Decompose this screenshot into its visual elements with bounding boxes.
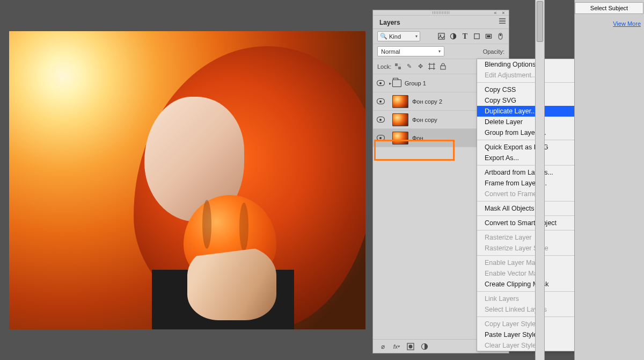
svg-rect-13 <box>441 66 445 70</box>
svg-rect-9 <box>398 63 401 66</box>
canvas-area[interactable] <box>9 31 365 329</box>
svg-point-7 <box>500 34 502 36</box>
layer-name[interactable]: Group 1 <box>405 80 426 87</box>
visibility-toggle[interactable] <box>373 80 388 86</box>
filter-smart-icon[interactable] <box>485 32 493 40</box>
layer-name[interactable]: Фон <box>412 135 423 141</box>
visibility-toggle[interactable] <box>373 98 388 104</box>
opacity-label: Opacity: <box>483 48 504 55</box>
panel-close-icon[interactable]: × <box>500 10 507 16</box>
adjustment-layer-icon[interactable] <box>420 342 429 351</box>
eye-icon <box>377 98 385 104</box>
lock-all-icon[interactable] <box>439 62 447 70</box>
svg-rect-8 <box>395 63 398 66</box>
panel-grip-icon <box>433 11 450 14</box>
eye-icon <box>377 117 385 123</box>
folder-icon <box>392 80 401 87</box>
layers-tab[interactable]: Layers <box>373 16 509 29</box>
blend-row: Normal ▾ Opacity: <box>373 44 509 59</box>
blend-mode-select[interactable]: Normal ▾ <box>377 46 444 56</box>
right-sidebar: Select Subject View More <box>574 0 644 360</box>
lock-label: Lock: <box>377 63 391 70</box>
select-subject-button[interactable]: Select Subject <box>575 2 643 14</box>
layer-filter-row: 🔍 Kind ▾ T <box>373 29 509 44</box>
svg-rect-0 <box>438 33 444 39</box>
filter-image-icon[interactable] <box>437 32 445 40</box>
fx-icon[interactable]: fx▾ <box>392 342 401 351</box>
visibility-toggle[interactable] <box>373 135 388 141</box>
lock-pixels-icon[interactable] <box>394 62 402 70</box>
visibility-toggle[interactable] <box>373 117 388 123</box>
lock-artboard-icon[interactable] <box>428 62 436 70</box>
document-image <box>9 31 365 329</box>
svg-rect-5 <box>487 35 491 38</box>
layer-name[interactable]: Фон copy <box>412 117 437 123</box>
svg-rect-3 <box>474 34 479 39</box>
vertical-scrollbar[interactable] <box>535 0 545 360</box>
chevron-down-icon: ▾ <box>415 34 418 39</box>
layer-thumbnail[interactable] <box>392 113 408 126</box>
filter-shape-icon[interactable] <box>473 32 481 40</box>
lock-move-icon[interactable]: ✥ <box>416 62 425 70</box>
expand-arrow-icon[interactable]: ▸ <box>388 81 392 86</box>
layer-name[interactable]: Фон copy 2 <box>412 98 442 105</box>
lock-brush-icon[interactable]: ✎ <box>405 62 413 70</box>
svg-rect-11 <box>398 67 401 69</box>
filter-mode-label: Kind <box>389 33 401 40</box>
panel-drag-bar[interactable]: « × <box>373 10 509 16</box>
svg-rect-10 <box>395 67 398 69</box>
svg-rect-12 <box>430 64 434 69</box>
filter-type-icon[interactable]: T <box>461 32 469 40</box>
filter-adjust-icon[interactable] <box>449 32 457 40</box>
filter-toggle-icon[interactable] <box>496 32 504 40</box>
filter-type-select[interactable]: 🔍 Kind ▾ <box>377 31 420 41</box>
add-mask-icon[interactable] <box>406 342 415 351</box>
search-icon: 🔍 <box>380 33 387 40</box>
chevron-down-icon: ▾ <box>438 49 441 54</box>
svg-point-15 <box>409 344 413 348</box>
image-detail <box>187 246 276 321</box>
eye-icon <box>377 135 385 141</box>
svg-point-1 <box>440 34 441 35</box>
panel-collapse-icon[interactable]: « <box>492 10 499 16</box>
panel-menu-button[interactable] <box>498 17 507 25</box>
view-more-link[interactable]: View More <box>575 14 644 27</box>
layer-thumbnail[interactable] <box>392 132 408 145</box>
link-layers-icon[interactable]: ⌀ <box>378 342 387 351</box>
layer-thumbnail[interactable] <box>392 95 408 108</box>
eye-icon <box>377 80 385 86</box>
scrollbar-thumb[interactable] <box>537 1 543 42</box>
blend-mode-label: Normal <box>381 48 400 55</box>
